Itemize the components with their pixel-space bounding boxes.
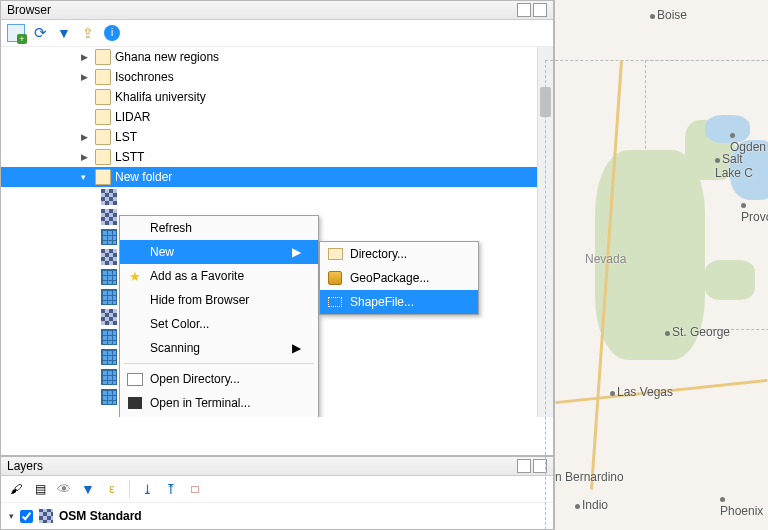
grid-icon	[101, 329, 117, 345]
map-canvas[interactable]: Boise Ogden Salt Lake C Provo Nevada St.…	[555, 0, 768, 530]
collapse-icon: ⇪	[82, 25, 94, 41]
browser-panel: Browser ⟳ ▼ ⇪ i ▶Ghana new regions ▶Isoc…	[0, 0, 554, 456]
browser-toolbar: ⟳ ▼ ⇪ i	[1, 20, 553, 47]
refresh-icon: ⟳	[34, 24, 47, 42]
add-layer-button[interactable]	[7, 24, 25, 42]
tree-item-isochrones[interactable]: ▶Isochrones	[1, 67, 553, 87]
folder-icon	[95, 169, 111, 185]
menu-set-color[interactable]: Set Color...	[120, 312, 318, 336]
map-label-phoenix: Phoenix	[720, 492, 768, 518]
layer-expand-button[interactable]: ⤓	[138, 480, 156, 498]
collapse-icon: ⤒	[165, 481, 177, 497]
layers-title: Layers	[7, 459, 43, 473]
map-label-slc: Salt Lake C	[715, 152, 768, 180]
tree-item-lidar[interactable]: LIDAR	[1, 107, 553, 127]
map-label-boise: Boise	[650, 8, 687, 22]
layers-panel: Layers 🖌 ▤ 👁 ▼ ε ⤓ ⤒ □ ▾ OSM Standard	[0, 456, 554, 530]
undock-button[interactable]	[517, 3, 531, 17]
layers-list[interactable]: ▾ OSM Standard	[1, 503, 553, 529]
map-label-ogden: Ogden	[730, 128, 768, 154]
browser-title: Browser	[7, 3, 51, 17]
grid-icon	[101, 229, 117, 245]
expression-icon: ε	[109, 482, 114, 496]
menu-hide[interactable]: Hide from Browser	[120, 288, 318, 312]
refresh-button[interactable]: ⟳	[31, 24, 49, 42]
info-icon: i	[104, 25, 120, 41]
grid-icon	[101, 269, 117, 285]
star-icon: ★	[126, 269, 144, 284]
geopackage-icon	[326, 271, 344, 285]
map-label-bernardino: n Bernardino	[555, 470, 624, 484]
layers-toolbar: 🖌 ▤ 👁 ▼ ε ⤓ ⤒ □	[1, 476, 553, 503]
folder-icon	[95, 49, 111, 65]
map-label-nevada: Nevada	[585, 252, 626, 266]
filter-button[interactable]: ▼	[55, 24, 73, 42]
submenu-arrow-icon: ▶	[292, 341, 300, 355]
funnel-icon: ▼	[57, 25, 71, 41]
menu-add-favorite[interactable]: ★Add as a Favorite	[120, 264, 318, 288]
browser-titlebar: Browser	[1, 1, 553, 20]
grid-icon	[101, 289, 117, 305]
add-layer-icon	[7, 24, 25, 42]
grid-icon	[101, 349, 117, 365]
tree-item-lstt[interactable]: ▶LSTT	[1, 147, 553, 167]
layer-expand-toggle[interactable]: ▾	[9, 511, 14, 521]
folder-icon	[95, 69, 111, 85]
grid-icon	[101, 369, 117, 385]
close-panel-button[interactable]	[533, 3, 547, 17]
folder-icon	[95, 89, 111, 105]
menu-open-terminal[interactable]: Open in Terminal...	[120, 391, 318, 415]
terminal-icon	[128, 397, 142, 409]
map-label-provo: Provo	[741, 198, 768, 224]
layer-visibility-button[interactable]: 👁	[55, 480, 73, 498]
layer-expr-button[interactable]: ε	[103, 480, 121, 498]
folder-icon	[95, 149, 111, 165]
grid-icon	[101, 389, 117, 405]
shapefile-icon	[328, 297, 342, 307]
context-submenu-new: Directory... GeoPackage... ShapeFile...	[319, 241, 479, 315]
submenu-geopackage[interactable]: GeoPackage...	[320, 266, 478, 290]
layer-add-group-button[interactable]: ▤	[31, 480, 49, 498]
raster-icon	[101, 189, 117, 205]
raster-icon	[101, 209, 117, 225]
layer-collapse-button[interactable]: ⤒	[162, 480, 180, 498]
tree-item-lst[interactable]: ▶LST	[1, 127, 553, 147]
map-label-indio: Indio	[575, 498, 608, 512]
folder-icon	[95, 129, 111, 145]
layer-visibility-checkbox[interactable]	[20, 510, 33, 523]
map-label-stgeorge: St. George	[665, 325, 730, 339]
menu-new[interactable]: New▶	[120, 240, 318, 264]
eye-icon: 👁	[57, 481, 71, 497]
map-label-vegas: Las Vegas	[610, 385, 673, 399]
context-menu-folder: Refresh New▶ ★Add as a Favorite Hide fro…	[119, 215, 319, 417]
layer-remove-button[interactable]: □	[186, 480, 204, 498]
submenu-arrow-icon: ▶	[292, 245, 300, 259]
browser-tree[interactable]: ▶Ghana new regions ▶Isochrones Khalifa u…	[1, 47, 553, 417]
folder-icon	[95, 109, 111, 125]
remove-icon: □	[191, 482, 198, 496]
menu-open-directory[interactable]: Open Directory...	[120, 367, 318, 391]
layer-symbol-icon	[39, 509, 53, 523]
tree-child[interactable]	[1, 187, 553, 207]
tree-item-ghana[interactable]: ▶Ghana new regions	[1, 47, 553, 67]
submenu-directory[interactable]: Directory...	[320, 242, 478, 266]
layer-filter-button[interactable]: ▼	[79, 480, 97, 498]
funnel-icon: ▼	[81, 481, 95, 497]
palette-icon: 🖌	[10, 482, 22, 496]
directory-icon	[326, 248, 344, 260]
raster-icon	[101, 249, 117, 265]
raster-icon	[101, 309, 117, 325]
collapse-all-button[interactable]: ⇪	[79, 24, 97, 42]
menu-scanning[interactable]: Scanning▶	[120, 336, 318, 360]
menu-refresh[interactable]: Refresh	[120, 216, 318, 240]
layer-style-button[interactable]: 🖌	[7, 480, 25, 498]
expand-icon: ⤓	[142, 482, 153, 497]
folder-open-icon	[126, 373, 144, 386]
submenu-shapefile[interactable]: ShapeFile...	[320, 290, 478, 314]
tree-item-new-folder[interactable]: ▾New folder	[1, 167, 553, 187]
tree-item-khalifa[interactable]: Khalifa university	[1, 87, 553, 107]
layers-titlebar: Layers	[1, 457, 553, 476]
undock-layers-button[interactable]	[517, 459, 531, 473]
info-button[interactable]: i	[103, 24, 121, 42]
toolbar-separator	[129, 480, 130, 498]
